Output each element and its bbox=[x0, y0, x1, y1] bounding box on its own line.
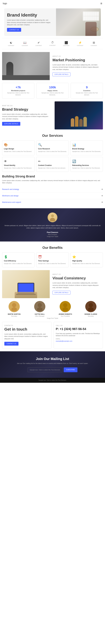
svg-point-7 bbox=[88, 307, 94, 311]
benefit-desc-1: Sample text. Click to select the Text El… bbox=[38, 263, 67, 265]
hero-contact-button[interactable]: CONTACT US bbox=[7, 28, 21, 32]
service-desc-4: Sample text. Click to select the text el… bbox=[38, 167, 67, 169]
accordion-item-0[interactable]: Research and strategy + bbox=[2, 186, 103, 192]
team-avatar-2 bbox=[60, 301, 71, 312]
mailing-section: Join Our Mailing List Join our Our maili… bbox=[0, 351, 105, 378]
visual-consistency-image bbox=[2, 270, 50, 298]
service-title-4: Content Creation bbox=[38, 164, 67, 166]
navigation: logo ≡ bbox=[0, 0, 105, 7]
service-icon-0: 🎨 bbox=[4, 143, 33, 147]
team-name-1: HATTIE BALL bbox=[28, 313, 52, 315]
icons-row: ☯ CONTENT 📖 CONTENT ✔ CONTENT ⏱ CONTENT … bbox=[2, 38, 103, 49]
team-role-2: Vice President bbox=[53, 316, 77, 317]
visual-consistency-button[interactable]: EXPLORE DETAILS bbox=[52, 291, 70, 294]
brand-strategy-section: WHAT WE DO Brand Strategy Lorem ipsum do… bbox=[2, 102, 103, 130]
mailing-title: Join Our Mailing List bbox=[3, 357, 102, 361]
stat-label-0: Worldwide projects bbox=[4, 90, 32, 92]
mailing-subscribe-button[interactable]: SUBSCRIBE bbox=[64, 368, 77, 372]
accordion-item-2[interactable]: Maintenance and support + bbox=[2, 199, 103, 206]
about-us-label: ABOUT US bbox=[52, 56, 100, 57]
team-grid: BERTIE NORTON Secretary HATTIE BALL Offi… bbox=[2, 301, 103, 317]
icon-3: ✔ bbox=[36, 41, 42, 44]
brand-strategy-image bbox=[55, 102, 103, 130]
keyboard-decoration bbox=[83, 12, 85, 16]
visual-consistency-text: ABOUT US Visual Consistency Lorem ipsum … bbox=[50, 270, 103, 298]
service-card-4: ✏ Content Creation Sample text. Click to… bbox=[36, 157, 69, 172]
team-role-3: Secretary bbox=[79, 316, 103, 317]
accordion-label-2: Maintenance and support bbox=[2, 201, 21, 203]
stats-row: +7k Worldwide projects Sample text. Clic… bbox=[2, 83, 103, 98]
brand-strategy-title: Brand Strategy bbox=[2, 107, 50, 112]
stat-desc-0: Sample text. Click to select the Text El… bbox=[4, 92, 32, 96]
testimonial-company: Image from Toptal bbox=[3, 236, 102, 237]
icon-7: ⊞ bbox=[91, 41, 97, 44]
logo: logo bbox=[3, 2, 7, 5]
building-title: Building Strong Brand bbox=[2, 174, 103, 178]
market-positioning-text: ABOUT US Market Positioning Lorem ipsum … bbox=[50, 52, 103, 80]
icon-item-2: 📖 CONTENT bbox=[22, 41, 28, 46]
stat-number-2: 9 bbox=[73, 86, 101, 89]
testimonial-name: Paul Dawson bbox=[3, 231, 102, 233]
call-us-label: CALL US bbox=[56, 325, 101, 326]
accordion-icon-0: + bbox=[101, 188, 103, 191]
visual-consistency-section: ABOUT US Visual Consistency Lorem ipsum … bbox=[2, 270, 103, 298]
service-icon-5: 🔄 bbox=[72, 160, 101, 163]
stat-label-1: Happy clients bbox=[39, 90, 66, 92]
hero-text: Brand Identity Lorem ipsum dolor sit ame… bbox=[4, 8, 55, 36]
service-card-0: 🎨 Logo Design Sample text. Click to sele… bbox=[2, 140, 35, 155]
call-us-phone: P: +1 (324) 987-56-54 bbox=[56, 327, 101, 331]
visual-consistency-title: Visual Consistency bbox=[52, 276, 100, 280]
benefit-title-1: Time Savings bbox=[38, 260, 67, 262]
market-positioning-button[interactable]: EXPLORE DETAILS bbox=[52, 72, 70, 76]
benefit-title-0: Cost Efficiency bbox=[4, 260, 33, 262]
service-icon-3: 👁 bbox=[4, 160, 33, 163]
brand-strategy-text: WHAT WE DO Brand Strategy Lorem ipsum do… bbox=[2, 102, 52, 130]
team-section: BERTIE NORTON Secretary HATTIE BALL Offi… bbox=[2, 301, 103, 319]
hero-container: Brand Identity Lorem ipsum dolor sit ame… bbox=[4, 8, 101, 36]
accordion-icon-1: + bbox=[101, 194, 103, 197]
svg-point-1 bbox=[11, 307, 17, 311]
service-desc-3: Sample text. Click to select the Text El… bbox=[4, 167, 33, 169]
services-grid: 🎨 Logo Design Sample text. Click to sele… bbox=[2, 140, 103, 172]
benefit-icon-0: 💲 bbox=[4, 255, 33, 259]
benefit-icon-1: ⏰ bbox=[38, 255, 67, 259]
benefit-desc-0: Sample text. Click to select the Text El… bbox=[4, 263, 33, 265]
team-name-2: JENNIE ROBERTS bbox=[53, 313, 77, 315]
team-avatar-img-0 bbox=[11, 302, 18, 311]
get-in-touch-description: Lorem ipsum dolor sit amet, consectetur … bbox=[4, 333, 49, 340]
get-in-touch-button[interactable]: CONTACT US bbox=[4, 342, 18, 346]
benefits-section-title: Our Benefits bbox=[2, 246, 103, 250]
brand-strategy-button[interactable]: EXPLORE DETAILS bbox=[2, 122, 20, 126]
icon-4: ⏱ bbox=[49, 41, 56, 44]
team-name-3: DENNIE CLARKE bbox=[79, 313, 103, 315]
benefit-card-2: ⭐ High Quality Sample text. Click to sel… bbox=[70, 252, 103, 267]
stat-card-1: 100k Happy clients Sample text. Click to… bbox=[36, 83, 69, 98]
people-decoration bbox=[71, 116, 87, 127]
service-title-3: Visual Identity bbox=[4, 164, 33, 166]
hand-decoration bbox=[85, 22, 97, 36]
contact-section: CONTACTS Get in touch Lorem ipsum dolor … bbox=[2, 322, 103, 348]
services-section-title: Our Services bbox=[2, 134, 103, 138]
svg-point-4 bbox=[63, 303, 67, 307]
service-title-2: Brand Strategy bbox=[72, 148, 101, 150]
service-card-3: 👁 Visual Identity Sample text. Click to … bbox=[2, 157, 35, 172]
testimonial-section: Veniam polosaro mi, senuit. Magna tiam d… bbox=[0, 208, 105, 242]
call-us-description: If you have any questions, commodo id a … bbox=[56, 332, 101, 337]
stat-number-1: 100k bbox=[39, 86, 66, 89]
market-positioning-title: Market Positioning bbox=[52, 58, 100, 62]
icon-1: ☯ bbox=[8, 41, 14, 44]
avatar-face bbox=[48, 212, 57, 222]
testimonial-avatar bbox=[48, 212, 57, 222]
team-name-0: BERTIE NORTON bbox=[2, 313, 26, 315]
what-we-do-label: WHAT WE DO bbox=[2, 105, 50, 106]
email-label: EMAIL bbox=[56, 338, 101, 340]
icon-6: ⚡ bbox=[77, 41, 83, 44]
service-icon-4: ✏ bbox=[38, 160, 67, 163]
service-card-1: 🔍 Core Research Sample text. Click to se… bbox=[36, 140, 69, 155]
accordion-item-1[interactable]: Wireframe and design + bbox=[2, 192, 103, 199]
mailing-email-input[interactable] bbox=[28, 368, 63, 372]
hero-section: Brand Identity Lorem ipsum dolor sit ame… bbox=[2, 8, 103, 36]
get-in-touch-box: CONTACTS Get in touch Lorem ipsum dolor … bbox=[2, 322, 52, 348]
brand-strategy-description: Lorem ipsum dolor sit amet, consectetur … bbox=[2, 113, 50, 120]
hamburger-icon[interactable]: ≡ bbox=[100, 2, 102, 5]
